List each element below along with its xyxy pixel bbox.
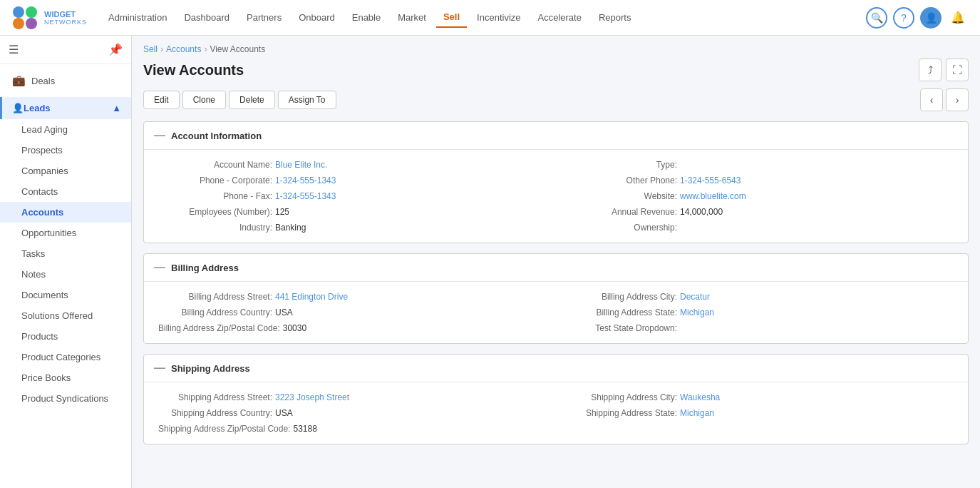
field-value-industry: Banking	[275, 223, 306, 233]
hamburger-icon[interactable]: ☰	[9, 43, 19, 56]
sidebar: ☰ 📌 💼 Deals 👤 Leads ▲ Lead Aging Prospec…	[0, 36, 132, 488]
field-value-other-phone: 1-324-555-6543	[680, 176, 741, 185]
collapse-icon[interactable]: —	[154, 129, 165, 142]
shipping-address-body: Shipping Address Street: 3223 Joseph Str…	[144, 382, 968, 444]
delete-button[interactable]: Delete	[229, 91, 275, 109]
field-billing-street: Billing Address Street: 441 Edington Dri…	[158, 292, 549, 302]
help-button[interactable]: ?	[893, 7, 914, 29]
next-record-button[interactable]: ›	[946, 88, 969, 111]
field-label-other-phone: Other Phone:	[563, 176, 677, 185]
sidebar-item-companies[interactable]: Companies	[0, 161, 131, 181]
main-content: Sell › Accounts › View Accounts View Acc…	[132, 36, 980, 488]
action-btn-group: Edit Clone Delete Assign To	[143, 91, 336, 109]
sidebar-item-notes[interactable]: Notes	[0, 264, 131, 285]
field-phone-corporate: Phone - Corporate: 1-324-555-1343	[158, 176, 549, 185]
field-billing-city: Billing Address City: Decatur	[563, 292, 954, 302]
sidebar-item-deals[interactable]: 💼 Deals	[0, 68, 131, 93]
sidebar-item-lead-aging[interactable]: Lead Aging	[0, 119, 131, 140]
nav-enable[interactable]: Enable	[345, 8, 388, 27]
account-info-left: Account Name: Blue Elite Inc. Phone - Co…	[158, 160, 549, 233]
account-info-body: Account Name: Blue Elite Inc. Phone - Co…	[144, 150, 968, 243]
prev-record-button[interactable]: ‹	[920, 88, 943, 111]
nav-sell[interactable]: Sell	[436, 7, 467, 28]
pin-icon[interactable]: 📌	[108, 43, 123, 56]
sidebar-item-documents[interactable]: Documents	[0, 285, 131, 305]
field-label-website: Website:	[563, 191, 677, 201]
field-label-account-name: Account Name:	[158, 160, 272, 170]
shipping-fields: Shipping Address Street: 3223 Joseph Str…	[158, 392, 954, 434]
billing-address-card: — Billing Address Billing Address Street…	[143, 253, 969, 344]
field-label-phone-fax: Phone - Fax:	[158, 191, 272, 201]
field-label-type: Type:	[563, 160, 677, 170]
billing-address-body: Billing Address Street: 441 Edington Dri…	[144, 282, 968, 343]
field-website: Website: www.bluelite.com	[563, 191, 954, 201]
breadcrumb-sep2: ›	[204, 44, 207, 54]
breadcrumb-current: View Accounts	[210, 44, 265, 54]
nav-incentivize[interactable]: Incentivize	[470, 8, 527, 27]
field-value-billing-country: USA	[275, 307, 293, 317]
account-info-right: Type: Other Phone: 1-324-555-6543 Websit…	[563, 160, 954, 233]
sidebar-item-solutions-offered[interactable]: Solutions Offered	[0, 305, 131, 326]
breadcrumb-sep1: ›	[160, 44, 163, 54]
svg-point-2	[13, 18, 24, 29]
field-label-annual-revenue: Annual Revenue:	[563, 207, 677, 217]
shipping-address-title: Shipping Address	[171, 363, 250, 374]
sidebar-item-prospects[interactable]: Prospects	[0, 140, 131, 161]
notification-button[interactable]: 🔔	[947, 7, 969, 29]
field-label-shipping-state: Shipping Address State:	[563, 408, 677, 418]
sidebar-item-product-syndications[interactable]: Product Syndications	[0, 388, 131, 409]
billing-address-header: — Billing Address	[144, 254, 968, 282]
account-info-card: — Account Information Account Name: Blue…	[143, 121, 969, 243]
search-button[interactable]: 🔍	[866, 7, 887, 29]
billing-collapse-icon[interactable]: —	[154, 261, 165, 274]
shipping-address-card: — Shipping Address Shipping Address Stre…	[143, 354, 969, 444]
field-label-industry: Industry:	[158, 223, 272, 233]
logo-text-line2: NETWORKS	[44, 19, 87, 26]
leads-icon: 👤	[12, 103, 24, 113]
nav-items: Administration Dashboard Partners Onboar…	[101, 7, 866, 28]
svg-point-0	[13, 6, 24, 18]
logo-text-line1: WIDGET	[44, 10, 87, 19]
field-label-employees: Employees (Number):	[158, 207, 272, 217]
field-label-billing-zip: Billing Address Zip/Postal Code:	[158, 323, 280, 333]
logo[interactable]: WIDGET NETWORKS	[11, 5, 87, 31]
breadcrumb-sell[interactable]: Sell	[143, 44, 158, 54]
field-value-shipping-state: Michigan	[680, 408, 714, 418]
field-industry: Industry: Banking	[158, 223, 549, 233]
sidebar-top: ☰ 📌	[0, 36, 131, 64]
assign-to-button[interactable]: Assign To	[278, 91, 336, 109]
nav-reports[interactable]: Reports	[592, 8, 639, 27]
sidebar-item-contacts[interactable]: Contacts	[0, 181, 131, 202]
sidebar-sub-items: Lead Aging Prospects Companies Contacts …	[0, 119, 131, 409]
field-account-name: Account Name: Blue Elite Inc.	[158, 160, 549, 170]
shipping-collapse-icon[interactable]: —	[154, 362, 165, 375]
sidebar-item-price-books[interactable]: Price Books	[0, 367, 131, 388]
nav-dashboard[interactable]: Dashboard	[177, 8, 237, 27]
field-label-billing-street: Billing Address Street:	[158, 292, 272, 302]
nav-partners[interactable]: Partners	[239, 8, 289, 27]
leads-collapse-icon: ▲	[112, 103, 121, 113]
svg-point-3	[26, 18, 37, 29]
nav-onboard[interactable]: Onboard	[292, 8, 342, 27]
user-avatar[interactable]: 👤	[920, 7, 942, 29]
field-value-billing-zip: 30030	[283, 323, 306, 333]
sidebar-item-tasks[interactable]: Tasks	[0, 243, 131, 264]
breadcrumb-accounts[interactable]: Accounts	[166, 44, 201, 54]
nav-market[interactable]: Market	[391, 8, 433, 27]
field-label-shipping-street: Shipping Address Street:	[158, 392, 272, 402]
edit-button[interactable]: Edit	[143, 91, 180, 109]
sidebar-section-deals: 💼 Deals	[0, 64, 131, 97]
field-label-shipping-country: Shipping Address Country:	[158, 408, 272, 418]
clone-button[interactable]: Clone	[182, 91, 226, 109]
sidebar-item-products[interactable]: Products	[0, 326, 131, 347]
field-shipping-zip: Shipping Address Zip/Postal Code: 53188	[158, 424, 549, 434]
sidebar-group-leads[interactable]: 👤 Leads ▲	[0, 97, 131, 119]
sidebar-item-opportunities[interactable]: Opportunities	[0, 223, 131, 243]
nav-accelerate[interactable]: Accelerate	[531, 8, 589, 27]
fullscreen-button[interactable]: ⛶	[946, 59, 969, 81]
sidebar-item-accounts[interactable]: Accounts	[0, 202, 131, 223]
sidebar-item-product-categories[interactable]: Product Categories	[0, 347, 131, 367]
field-shipping-state: Shipping Address State: Michigan	[563, 408, 954, 418]
nav-administration[interactable]: Administration	[101, 8, 174, 27]
share-button[interactable]: ⤴	[919, 59, 942, 81]
